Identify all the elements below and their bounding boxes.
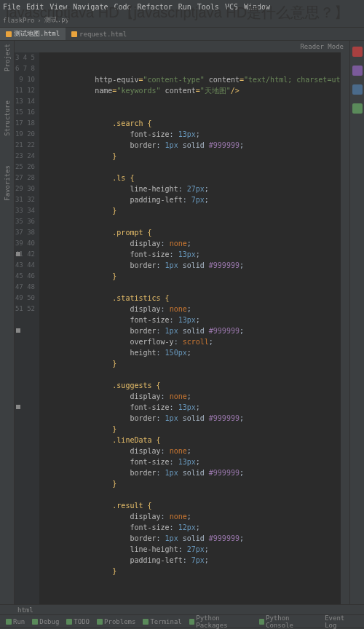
project-crumb[interactable]: flaskPro [3,17,34,24]
tool-icon [66,619,72,625]
breakpoint-icon[interactable] [16,405,20,409]
tool-tab-debug[interactable]: Debug [29,618,62,625]
breadcrumb-toolbar: flaskPro › 测试.py [0,13,364,28]
tool-tab-problems[interactable]: Problems [94,618,138,625]
tool-tab-run[interactable]: Run [3,618,28,625]
tab-label: request.html [79,31,127,38]
menu-navigate[interactable]: Navigate [73,3,108,11]
menu-edit[interactable]: Edit [26,3,44,11]
editor-tab[interactable]: 测试地图.html [0,28,66,40]
html-file-icon [6,31,12,37]
tool-icon [259,619,265,625]
bottom-tool-tabs: RunDebugTODOProblemsTerminalPython Packa… [0,614,364,628]
tool-tab-terminal[interactable]: Terminal [140,618,184,625]
html-file-icon [71,31,77,37]
minimap[interactable] [341,52,349,604]
tool-window-structure[interactable]: Structure [4,100,11,136]
menu-file[interactable]: File [3,3,20,11]
tool-window-project[interactable]: Project [4,44,11,71]
tool-icon [97,619,103,625]
tool-icon [32,619,38,625]
tool-tab-python-packages[interactable]: Python Packages [186,614,255,629]
left-tool-strip: ProjectStructureFavorites [0,41,15,604]
tab-label: 测试地图.html [14,29,60,39]
file-crumb[interactable]: 测试.py [44,15,69,25]
tool-tab-python-console[interactable]: Python Console [256,614,321,629]
tool-icon [143,619,149,625]
tool-icon [189,619,195,625]
menu-run[interactable]: Run [178,3,191,11]
tool-tab-todo[interactable]: TODO [63,618,92,625]
right-tool-strip [349,41,364,604]
breakpoint-icon[interactable] [16,252,20,256]
tool-window-favorites[interactable]: Favorites [4,165,11,201]
database-icon[interactable] [352,84,363,95]
menu-view[interactable]: View [50,3,67,11]
breakpoint-icon[interactable] [16,328,20,333]
editor-tabs: 测试地图.htmlrequest.html [0,28,364,41]
code-editor[interactable]: 3 4 5 6 7 8 9 10 11 12 13 14 15 16 17 18… [15,52,349,604]
menubar: FileEditViewNavigateCodeRefactorRunTools… [0,0,364,13]
menu-refactor[interactable]: Refactor [138,3,173,11]
menu-window[interactable]: Window [244,3,270,11]
sciview-icon[interactable] [352,103,363,114]
ai-assistant-icon[interactable] [352,66,363,76]
menu-vcs[interactable]: VCS [225,3,238,11]
menu-code[interactable]: Code [114,3,131,11]
event-log-tab[interactable]: Event Log [322,614,361,629]
reader-mode-banner[interactable]: Reader Mode [15,41,349,52]
editor-tab[interactable]: request.html [66,29,132,39]
code-area[interactable]: http-equiv="content-type" content="text/… [39,52,341,604]
menu-tools[interactable]: Tools [197,3,219,11]
notifications-icon[interactable] [352,47,363,57]
line-gutter: 3 4 5 6 7 8 9 10 11 12 13 14 15 16 17 18… [15,52,39,604]
tool-icon [6,619,12,625]
structure-breadcrumb[interactable]: html [0,604,364,614]
